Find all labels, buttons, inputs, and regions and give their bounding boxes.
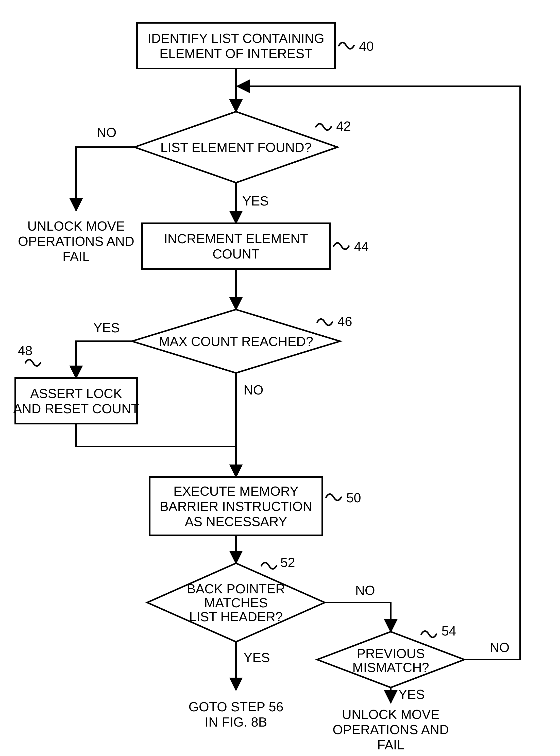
edge-42-no-label: NO — [97, 125, 117, 140]
edge-46-yes-label: YES — [93, 321, 120, 335]
edge-54-no-label: NO — [490, 640, 509, 655]
edge-54-yes-label: YES — [398, 687, 425, 702]
node-40-line1: IDENTIFY LIST CONTAINING — [148, 31, 324, 46]
node-40-line2: ELEMENT OF INTEREST — [160, 46, 313, 61]
terminal-fail-left: UNLOCK MOVE OPERATIONS AND FAIL — [18, 219, 134, 264]
node-54-ref: 54 — [441, 624, 456, 638]
svg-rect-4 — [15, 378, 137, 424]
node-48-line1: ASSERT LOCK — [30, 386, 122, 401]
svg-rect-2 — [142, 223, 330, 269]
node-44-line1: INCREMENT ELEMENT — [164, 231, 308, 246]
node-48-ref: 48 — [18, 343, 33, 358]
t-fail-left-l1: UNLOCK MOVE — [27, 219, 125, 233]
node-46-ref: 46 — [338, 314, 352, 329]
t-fail-right-l1: UNLOCK MOVE — [342, 707, 439, 722]
edge-54-no: NO — [237, 86, 520, 660]
t-fail-right-l3: FAIL — [377, 737, 404, 752]
edge-42-no: NO — [76, 125, 135, 210]
terminal-fail-right: UNLOCK MOVE OPERATIONS AND FAIL — [333, 707, 449, 752]
node-48-line2: AND RESET COUNT — [13, 401, 139, 416]
edge-42-yes: YES — [236, 183, 269, 223]
node-50: EXECUTE MEMORY BARRIER INSTRUCTION AS NE… — [150, 477, 361, 535]
node-44: INCREMENT ELEMENT COUNT 44 — [142, 223, 369, 269]
node-50-ref: 50 — [346, 490, 361, 505]
t-goto-l1: GOTO STEP 56 — [188, 699, 283, 714]
t-fail-right-l2: OPERATIONS AND — [333, 722, 449, 737]
edge-52-no: NO — [325, 583, 391, 632]
edge-48-merge — [76, 424, 236, 447]
node-50-line3: AS NECESSARY — [185, 514, 287, 529]
node-42-ref: 42 — [336, 119, 351, 134]
node-54-line1: PREVIOUS — [357, 646, 425, 661]
node-40-ref: 40 — [359, 39, 374, 54]
node-42-line1: LIST ELEMENT FOUND? — [160, 140, 312, 155]
node-52-line2: MATCHES — [204, 595, 268, 610]
edge-46-no: NO — [236, 373, 263, 447]
edge-54-yes: YES — [391, 687, 425, 703]
t-goto-l2: IN FIG. 8B — [205, 715, 267, 729]
node-40: IDENTIFY LIST CONTAINING ELEMENT OF INTE… — [137, 23, 374, 68]
node-50-line2: BARRIER INSTRUCTION — [160, 499, 312, 514]
terminal-goto: GOTO STEP 56 IN FIG. 8B — [188, 699, 283, 729]
node-52-line1: BACK POINTER — [187, 581, 285, 596]
node-50-line1: EXECUTE MEMORY — [173, 484, 298, 498]
node-52-ref: 52 — [280, 555, 295, 570]
t-fail-left-l2: OPERATIONS AND — [18, 234, 134, 249]
edge-46-no-label: NO — [244, 383, 263, 397]
edge-52-no-label: NO — [355, 583, 375, 598]
node-46: MAX COUNT REACHED? 46 — [132, 309, 352, 373]
edge-46-yes: YES — [76, 321, 132, 378]
node-42: LIST ELEMENT FOUND? 42 — [135, 111, 351, 183]
node-44-line2: COUNT — [213, 247, 260, 261]
node-46-line1: MAX COUNT REACHED? — [159, 334, 313, 349]
edge-52-yes: YES — [236, 642, 270, 690]
edge-42-yes-label: YES — [242, 193, 269, 208]
svg-rect-0 — [137, 23, 335, 68]
node-44-ref: 44 — [354, 239, 369, 254]
node-54-line2: MISMATCH? — [353, 660, 429, 675]
node-54: PREVIOUS MISMATCH? 54 — [317, 624, 464, 688]
node-52-line3: LIST HEADER? — [189, 609, 283, 624]
node-52: BACK POINTER MATCHES LIST HEADER? 52 — [147, 555, 325, 642]
t-fail-left-l3: FAIL — [63, 249, 90, 264]
edge-52-yes-label: YES — [244, 650, 270, 665]
